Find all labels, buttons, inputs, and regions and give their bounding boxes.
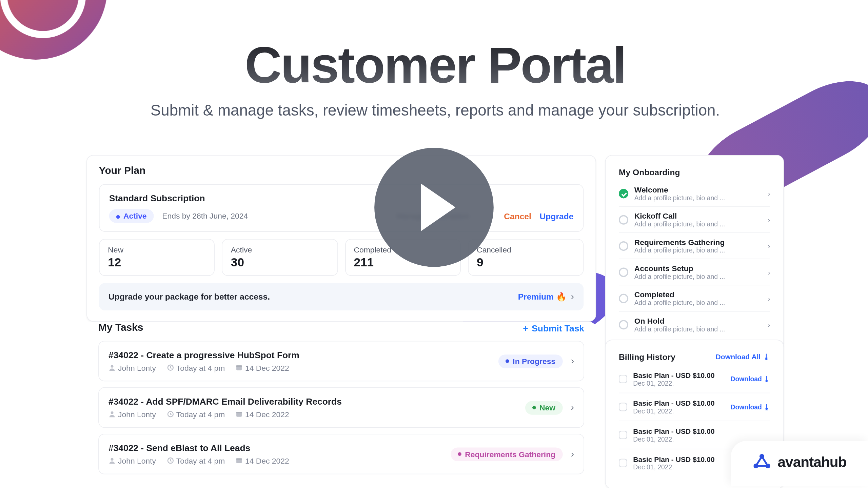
onboarding-item-title: On Hold <box>634 317 762 325</box>
chevron-right-icon: › <box>768 216 770 224</box>
clock-icon <box>167 364 174 371</box>
invoice-date: Dec 01, 2022. <box>633 380 725 387</box>
calendar-icon <box>236 410 243 418</box>
onboarding-item-sub: Add a profile picture, bio and ... <box>634 299 762 306</box>
brand-badge: avantahub <box>731 441 868 486</box>
task-title: #34022 - Send eBlast to All Leads <box>108 443 451 453</box>
svg-rect-3 <box>237 365 242 367</box>
task-status-badge: New <box>525 401 563 414</box>
chevron-right-icon: › <box>571 291 574 302</box>
checkbox[interactable] <box>619 375 627 383</box>
invoice-name: Basic Plan - USD $10.00 <box>633 399 725 408</box>
chevron-right-icon: › <box>768 268 770 276</box>
calendar-icon <box>236 364 243 371</box>
upgrade-banner-text: Upgrade your package for better access. <box>108 292 270 302</box>
play-video-button[interactable] <box>374 148 494 267</box>
upgrade-banner[interactable]: Upgrade your package for better access. … <box>99 283 584 310</box>
subscription-name: Standard Subscription <box>109 193 574 203</box>
checkbox[interactable] <box>619 459 627 467</box>
task-assignee: John Lonty <box>108 364 156 372</box>
task-time: Today at 4 pm <box>167 364 225 372</box>
circle-icon <box>619 241 628 250</box>
submit-task-button[interactable]: +Submit Task <box>523 323 584 333</box>
onboarding-item[interactable]: Requirements GatheringAdd a profile pict… <box>619 233 770 259</box>
stat-value: 30 <box>231 256 329 269</box>
onboarding-item-title: Kickoff Call <box>634 211 762 220</box>
avantahub-logo-icon <box>753 453 772 472</box>
download-icon: ⭳ <box>763 353 770 361</box>
chevron-right-icon: › <box>571 402 574 413</box>
download-icon: ⭳ <box>764 403 770 410</box>
onboarding-item-title: Completed <box>634 290 762 299</box>
chevron-right-icon: › <box>768 320 770 329</box>
status-badge: Active <box>109 209 154 223</box>
task-status-badge: Requirements Gathering <box>451 447 563 461</box>
clock-icon <box>167 410 174 418</box>
onboarding-item[interactable]: On HoldAdd a profile picture, bio and ..… <box>619 312 770 338</box>
onboarding-item-sub: Add a profile picture, bio and ... <box>634 247 762 254</box>
cancel-button[interactable]: Cancel <box>504 211 531 221</box>
task-assignee: John Lonty <box>108 410 156 419</box>
my-tasks-panel: My Tasks +Submit Task #34022 - Create a … <box>86 322 596 480</box>
chevron-right-icon: › <box>571 356 574 367</box>
checkbox[interactable] <box>619 431 627 439</box>
task-date: 14 Dec 2022 <box>236 364 289 372</box>
task-title: #34022 - Create a progressive HubSpot Fo… <box>108 350 498 360</box>
task-assignee: John Lonty <box>108 456 156 465</box>
task-row[interactable]: #34022 - Add SPF/DMARC Email Deliverabil… <box>98 387 584 428</box>
onboarding-item-title: Welcome <box>634 185 762 194</box>
stat-card: New12 <box>99 239 215 276</box>
clock-icon <box>167 457 174 464</box>
task-row[interactable]: #34022 - Send eBlast to All LeadsJohn Lo… <box>98 434 584 474</box>
premium-cta[interactable]: Premium 🔥 <box>518 292 566 302</box>
chevron-right-icon: › <box>768 294 770 303</box>
stat-card: Cancelled9 <box>468 239 584 276</box>
download-button[interactable]: Download ⭳ <box>730 403 770 410</box>
onboarding-item[interactable]: CompletedAdd a profile picture, bio and … <box>619 285 770 311</box>
user-icon <box>108 457 116 464</box>
brand-name: avantahub <box>778 454 847 471</box>
svg-rect-11 <box>237 458 242 460</box>
billing-row: Basic Plan - USD $10.00Dec 01, 2022.Down… <box>619 393 770 421</box>
circle-icon <box>619 320 628 329</box>
task-date: 14 Dec 2022 <box>236 410 289 419</box>
task-time: Today at 4 pm <box>167 456 225 465</box>
circle-icon <box>619 215 628 224</box>
chevron-right-icon: › <box>768 189 770 198</box>
onboarding-item[interactable]: Kickoff CallAdd a profile picture, bio a… <box>619 207 770 233</box>
task-time: Today at 4 pm <box>167 410 225 419</box>
task-date: 14 Dec 2022 <box>236 456 289 465</box>
onboarding-item-sub: Add a profile picture, bio and ... <box>634 194 762 201</box>
check-circle-icon <box>619 188 628 198</box>
invoice-date: Dec 01, 2022. <box>633 408 725 415</box>
task-title: #34022 - Add SPF/DMARC Email Deliverabil… <box>108 396 525 406</box>
invoice-name: Basic Plan - USD $10.00 <box>633 371 725 380</box>
upgrade-button[interactable]: Upgrade <box>540 211 574 221</box>
task-row[interactable]: #34022 - Create a progressive HubSpot Fo… <box>98 341 584 382</box>
onboarding-item[interactable]: WelcomeAdd a profile picture, bio and ..… <box>619 181 770 207</box>
svg-point-8 <box>111 458 114 461</box>
invoice-name: Basic Plan - USD $10.00 <box>633 427 770 436</box>
onboarding-item-sub: Add a profile picture, bio and ... <box>634 325 762 332</box>
user-icon <box>108 364 116 371</box>
svg-point-0 <box>111 365 114 368</box>
download-all-button[interactable]: Download All⭳ <box>716 353 770 361</box>
onboarding-panel: My Onboarding WelcomeAdd a profile pictu… <box>605 155 784 350</box>
checkbox[interactable] <box>619 403 627 411</box>
stat-label: Cancelled <box>477 245 575 254</box>
onboarding-item[interactable]: Accounts SetupAdd a profile picture, bio… <box>619 259 770 285</box>
stat-value: 9 <box>477 256 575 269</box>
task-status-badge: In Progress <box>498 354 563 368</box>
billing-row: Basic Plan - USD $10.00Dec 01, 2022.Down… <box>619 365 770 393</box>
chevron-right-icon: › <box>571 449 574 460</box>
your-plan-title: Your Plan <box>99 165 584 177</box>
download-button[interactable]: Download ⭳ <box>730 375 770 383</box>
download-icon: ⭳ <box>764 375 770 383</box>
circle-icon <box>619 267 628 277</box>
my-tasks-title: My Tasks <box>98 322 143 333</box>
page-title: Customer Portal <box>90 36 781 95</box>
calendar-icon <box>236 457 243 464</box>
stat-label: New <box>108 245 206 254</box>
stat-value: 12 <box>108 256 206 269</box>
onboarding-item-sub: Add a profile picture, bio and ... <box>634 273 762 280</box>
